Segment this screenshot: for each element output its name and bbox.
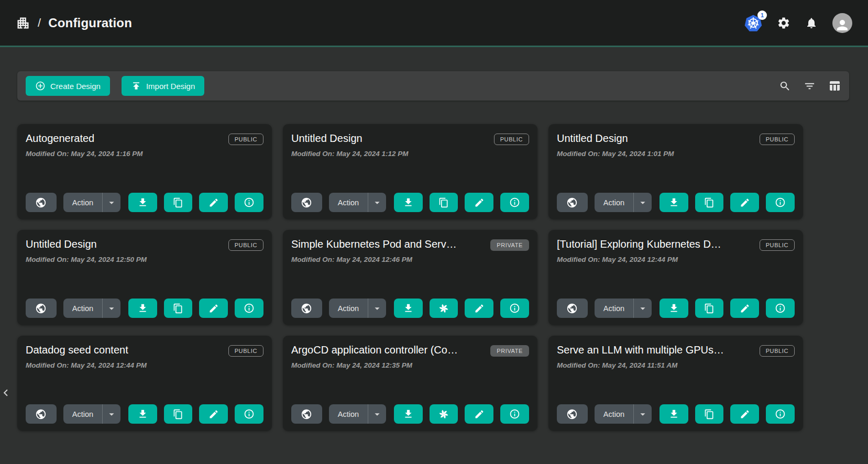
publish-globe-button[interactable] bbox=[26, 299, 57, 318]
edit-button[interactable] bbox=[199, 299, 228, 318]
publish-globe-button[interactable] bbox=[291, 193, 322, 212]
action-dropdown-button[interactable] bbox=[368, 193, 386, 212]
download-button[interactable] bbox=[660, 404, 688, 424]
publish-globe-button[interactable] bbox=[26, 404, 57, 424]
download-icon bbox=[137, 408, 148, 419]
action-dropdown-button[interactable] bbox=[103, 193, 120, 212]
info-button[interactable] bbox=[235, 404, 263, 424]
design-modified: Modified On: May 24, 2024 1:12 PM bbox=[291, 150, 529, 158]
action-dropdown-button[interactable] bbox=[634, 404, 652, 424]
info-button[interactable] bbox=[500, 193, 529, 212]
edit-button[interactable] bbox=[199, 193, 228, 212]
kubernetes-cluster-icon: 1 bbox=[744, 14, 762, 32]
download-button[interactable] bbox=[394, 193, 423, 212]
create-design-button[interactable]: Create Design bbox=[26, 76, 110, 96]
copy-button[interactable] bbox=[164, 193, 193, 212]
download-icon bbox=[403, 197, 414, 208]
edit-button[interactable] bbox=[465, 299, 493, 318]
publish-globe-button[interactable] bbox=[291, 404, 322, 424]
action-button[interactable]: Action bbox=[329, 299, 368, 318]
table-view-icon bbox=[828, 80, 841, 92]
spiral-button[interactable] bbox=[430, 404, 458, 424]
edit-button[interactable] bbox=[199, 404, 228, 424]
settings-button[interactable] bbox=[777, 16, 790, 30]
globe-icon bbox=[301, 303, 312, 314]
info-button[interactable] bbox=[766, 193, 795, 212]
table-view-button[interactable] bbox=[828, 80, 841, 92]
notifications-button[interactable] bbox=[805, 17, 818, 29]
action-dropdown-button[interactable] bbox=[634, 299, 652, 318]
dropdown-caret-icon bbox=[106, 303, 117, 314]
action-dropdown-button[interactable] bbox=[103, 404, 120, 424]
publish-globe-button[interactable] bbox=[291, 299, 322, 318]
info-button[interactable] bbox=[766, 404, 795, 424]
action-button[interactable]: Action bbox=[63, 193, 102, 212]
design-title: Untitled Design bbox=[557, 132, 628, 145]
design-modified: Modified On: May 24, 2024 12:44 PM bbox=[26, 361, 263, 369]
download-button[interactable] bbox=[128, 193, 157, 212]
filter-button[interactable] bbox=[804, 80, 816, 92]
action-button[interactable]: Action bbox=[329, 193, 368, 212]
action-button[interactable]: Action bbox=[595, 404, 633, 424]
action-dropdown-button[interactable] bbox=[368, 299, 386, 318]
action-dropdown-button[interactable] bbox=[103, 299, 120, 318]
download-button[interactable] bbox=[660, 193, 688, 212]
design-title: Untitled Design bbox=[291, 132, 362, 145]
download-icon bbox=[137, 197, 148, 208]
edit-button[interactable] bbox=[730, 404, 759, 424]
publish-globe-button[interactable] bbox=[557, 404, 588, 424]
visibility-badge: PUBLIC bbox=[228, 345, 263, 357]
visibility-badge: PRIVATE bbox=[490, 239, 529, 251]
copy-icon bbox=[704, 303, 715, 314]
download-icon bbox=[668, 408, 679, 419]
edit-button[interactable] bbox=[465, 404, 493, 424]
info-button[interactable] bbox=[500, 404, 529, 424]
publish-globe-button[interactable] bbox=[557, 193, 588, 212]
publish-globe-button[interactable] bbox=[557, 299, 588, 318]
action-button[interactable]: Action bbox=[329, 404, 368, 424]
copy-button[interactable] bbox=[164, 404, 193, 424]
edit-button[interactable] bbox=[730, 299, 759, 318]
visibility-badge: PUBLIC bbox=[228, 134, 263, 145]
edit-button[interactable] bbox=[730, 193, 759, 212]
design-title: [Tutorial] Exploring Kubernetes D… bbox=[557, 238, 721, 250]
kubernetes-context-button[interactable]: 1 bbox=[744, 14, 762, 32]
copy-button[interactable] bbox=[695, 404, 724, 424]
info-button[interactable] bbox=[766, 299, 795, 318]
import-design-button[interactable]: Import Design bbox=[122, 76, 204, 96]
design-card: Untitled Design PUBLIC Modified On: May … bbox=[548, 124, 803, 219]
download-button[interactable] bbox=[394, 404, 423, 424]
info-button[interactable] bbox=[500, 299, 529, 318]
copy-button[interactable] bbox=[164, 299, 193, 318]
action-dropdown-button[interactable] bbox=[368, 404, 386, 424]
copy-button[interactable] bbox=[695, 299, 724, 318]
action-split-button: Action bbox=[63, 193, 120, 212]
download-button[interactable] bbox=[660, 299, 688, 318]
action-button-label: Action bbox=[338, 304, 359, 313]
info-button[interactable] bbox=[235, 299, 263, 318]
action-button[interactable]: Action bbox=[595, 299, 633, 318]
design-modified: Modified On: May 24, 2024 1:01 PM bbox=[557, 150, 795, 158]
copy-button[interactable] bbox=[430, 193, 458, 212]
globe-icon bbox=[35, 197, 47, 208]
info-button[interactable] bbox=[235, 193, 263, 212]
action-button[interactable]: Action bbox=[595, 193, 633, 212]
copy-icon bbox=[173, 197, 183, 208]
action-dropdown-button[interactable] bbox=[634, 193, 652, 212]
action-button[interactable]: Action bbox=[63, 299, 102, 318]
publish-globe-button[interactable] bbox=[26, 193, 57, 212]
download-button[interactable] bbox=[394, 299, 423, 318]
card-actions: Action bbox=[291, 193, 529, 212]
globe-icon bbox=[35, 303, 47, 314]
spiral-button[interactable] bbox=[430, 299, 458, 318]
copy-button[interactable] bbox=[695, 193, 724, 212]
download-button[interactable] bbox=[128, 404, 157, 424]
card-actions: Action bbox=[557, 299, 795, 318]
edit-button[interactable] bbox=[465, 193, 493, 212]
action-button[interactable]: Action bbox=[63, 404, 102, 424]
sidebar-expand-button[interactable] bbox=[0, 382, 12, 403]
download-button[interactable] bbox=[128, 299, 157, 318]
user-avatar[interactable] bbox=[832, 13, 852, 33]
search-button[interactable] bbox=[779, 80, 791, 92]
page-title: Configuration bbox=[48, 16, 132, 30]
